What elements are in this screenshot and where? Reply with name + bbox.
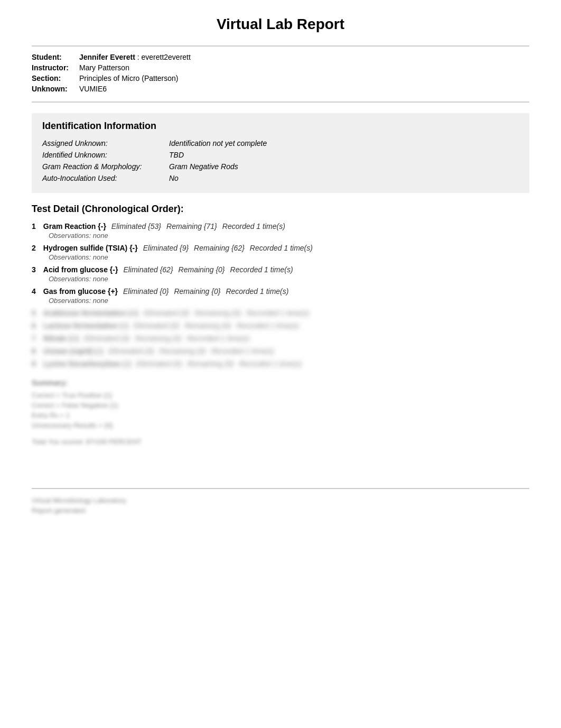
test-item: 5 Arabinose fermentation {+} Eliminated … [32, 309, 529, 317]
test-number: 6 [32, 321, 36, 330]
test-main-line: 3 Acid from glucose {-} Eliminated {62} … [32, 265, 529, 274]
instructor-label: Instructor: [32, 63, 79, 72]
test-main-line: 9 Lysine Decarboxylase {-} Eliminated {0… [32, 360, 529, 368]
test-name: Lactose fermentation {-} [43, 321, 128, 330]
test-observations: Observations: none [49, 232, 529, 239]
test-remaining: Remaining {0} [135, 334, 182, 343]
test-name: Gram Reaction {-} [43, 222, 106, 231]
test-observations: Observations: none [49, 275, 529, 283]
test-recorded: Recorded 1 time(s) [230, 265, 293, 274]
test-recorded: Recorded 1 time(s) [226, 287, 288, 296]
test-name: Lysine Decarboxylase {-} [43, 360, 131, 368]
test-remaining: Remaining {62} [194, 244, 245, 252]
instructor-value: Mary Patterson [79, 63, 129, 72]
footer-lines: Virtual Microbiology LaboratoryReport ge… [32, 496, 529, 514]
unknown-label: Unknown: [32, 85, 79, 93]
section-label: Section: [32, 74, 79, 82]
student-label: Student: [32, 53, 79, 61]
test-main-line: 1 Gram Reaction {-} Eliminated {53} Rema… [32, 222, 529, 231]
test-item: 1 Gram Reaction {-} Eliminated {53} Rema… [32, 222, 529, 239]
test-recorded: Recorded 1 time(s) [186, 334, 249, 343]
test-recorded: Recorded 1 time(s) [222, 222, 285, 231]
test-observations: Observations: none [49, 297, 529, 305]
summary-section: Summary: Correct = True Positive {1}Corr… [32, 379, 529, 446]
test-name: Hydrogen sulfide (TSIA) {-} [43, 244, 138, 252]
footer-line: Report generated [32, 506, 529, 514]
test-eliminated: Eliminated {0} [136, 360, 182, 368]
footer-line: Virtual Microbiology Laboratory [32, 496, 529, 504]
summary-title: Summary: [32, 379, 529, 387]
test-remaining: Remaining {0} [174, 287, 220, 296]
test-main-line: 4 Gas from glucose {+} Eliminated {0} Re… [32, 287, 529, 296]
test-eliminated: Eliminated {0} [108, 347, 154, 355]
test-detail-title: Test Detail (Chronological Order): [32, 204, 529, 215]
footer-section: Virtual Microbiology LaboratoryReport ge… [32, 488, 529, 514]
test-recorded: Recorded 1 time(s) [246, 309, 309, 317]
section-value: Principles of Micro (Patterson) [79, 74, 179, 82]
test-number: 4 [32, 287, 36, 296]
test-number: 3 [32, 265, 36, 274]
test-eliminated: Eliminated {53} [111, 222, 161, 231]
test-main-line: 5 Arabinose fermentation {+} Eliminated … [32, 309, 529, 317]
identification-section: Identification Information Assigned Unkn… [32, 113, 529, 193]
test-main-line: 8 Urease (rapid) {-} Eliminated {0} Rema… [32, 347, 529, 355]
test-items: 1 Gram Reaction {-} Eliminated {53} Rema… [32, 222, 529, 368]
test-item: 4 Gas from glucose {+} Eliminated {0} Re… [32, 287, 529, 305]
id-row-value: Identification not yet complete [169, 139, 267, 148]
unknown-row: Unknown: VUMIE6 [32, 85, 529, 93]
student-name: Jennifer Everett [79, 53, 135, 61]
test-eliminated: Eliminated {0} [134, 321, 179, 330]
test-main-line: 7 Nitrate {+} Eliminated {0} Remaining {… [32, 334, 529, 343]
test-number: 7 [32, 334, 36, 343]
test-item: 3 Acid from glucose {-} Eliminated {62} … [32, 265, 529, 283]
test-detail-section: Test Detail (Chronological Order): 1 Gra… [32, 204, 529, 368]
test-item: 9 Lysine Decarboxylase {-} Eliminated {0… [32, 360, 529, 368]
test-number: 1 [32, 222, 36, 231]
id-row: Identified Unknown:TBD [42, 151, 519, 159]
test-remaining: Remaining {0} [160, 347, 206, 355]
test-eliminated: Eliminated {62} [123, 265, 173, 274]
summary-line: Correct = False Negative {1} [32, 401, 529, 409]
test-name: Urease (rapid) {-} [43, 347, 104, 355]
id-row-label: Auto-Inoculation Used: [42, 174, 169, 182]
test-number: 2 [32, 244, 36, 252]
test-remaining: Remaining {0} [194, 309, 241, 317]
section-row: Section: Principles of Micro (Patterson) [32, 74, 529, 82]
student-row: Student: Jennifer Everett : everett2ever… [32, 53, 529, 61]
test-name: Arabinose fermentation {+} [43, 309, 138, 317]
test-name: Gas from glucose {+} [43, 287, 118, 296]
test-number: 5 [32, 309, 36, 317]
test-eliminated: Eliminated {9} [143, 244, 189, 252]
test-recorded: Recorded 1 time(s) [211, 347, 274, 355]
test-item: 6 Lactose fermentation {-} Eliminated {0… [32, 321, 529, 330]
test-eliminated: Eliminated {0} [144, 309, 189, 317]
test-eliminated: Eliminated {0} [84, 334, 129, 343]
identification-title: Identification Information [42, 121, 519, 132]
id-row-label: Identified Unknown: [42, 151, 169, 159]
instructor-row: Instructor: Mary Patterson [32, 63, 529, 72]
id-row-value: No [169, 174, 179, 182]
test-number: 9 [32, 360, 36, 368]
page-container: Virtual Lab Report Student: Jennifer Eve… [0, 0, 561, 532]
identification-rows: Assigned Unknown:Identification not yet … [42, 139, 519, 182]
test-recorded: Recorded 1 time(s) [236, 321, 299, 330]
id-row-value: Gram Negative Rods [169, 162, 238, 171]
summary-line: Unnecessary Results = {0} [32, 421, 529, 429]
summary-line: Extra Rx = 1 [32, 411, 529, 419]
test-main-line: 2 Hydrogen sulfide (TSIA) {-} Eliminated… [32, 244, 529, 252]
test-item: 7 Nitrate {+} Eliminated {0} Remaining {… [32, 334, 529, 343]
test-item: 2 Hydrogen sulfide (TSIA) {-} Eliminated… [32, 244, 529, 261]
id-row-value: TBD [169, 151, 184, 159]
test-name: Nitrate {+} [43, 334, 79, 343]
final-note: Total You scored: 87/100 PERCENT [32, 438, 529, 446]
student-username: : everett2everett [137, 53, 191, 61]
id-row: Gram Reaction & Morphology:Gram Negative… [42, 162, 519, 171]
test-name: Acid from glucose {-} [43, 265, 118, 274]
test-recorded: Recorded 1 time(s) [250, 244, 313, 252]
id-row: Auto-Inoculation Used:No [42, 174, 519, 182]
page-title: Virtual Lab Report [32, 16, 529, 33]
test-main-line: 6 Lactose fermentation {-} Eliminated {0… [32, 321, 529, 330]
student-value: Jennifer Everett : everett2everett [79, 53, 191, 61]
test-recorded: Recorded 1 time(s) [239, 360, 302, 368]
test-observations: Observations: none [49, 253, 529, 261]
